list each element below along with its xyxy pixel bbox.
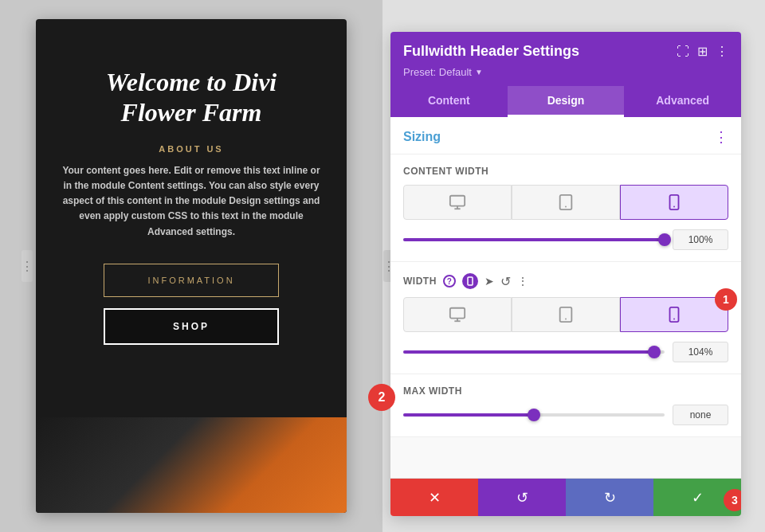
width-thumb[interactable] [648, 346, 661, 358]
panel-header-icons: ⛶ ⊞ ⋮ [677, 44, 728, 59]
device-tablet-cw[interactable] [512, 185, 620, 220]
sizing-section-header: Sizing ⋮ [390, 117, 741, 155]
svg-point-14 [673, 319, 675, 320]
mobile-content: Welcome to Divi Flower Farm ABOUT US You… [36, 19, 347, 513]
svg-point-12 [565, 319, 567, 320]
information-button[interactable]: INFORMATION [104, 264, 279, 297]
device-desktop-cw[interactable] [403, 185, 512, 220]
svg-point-6 [673, 206, 675, 208]
mobile-frame: Welcome to Divi Flower Farm ABOUT US You… [36, 19, 347, 513]
panel-header: Fullwidth Header Settings ⛶ ⊞ ⋮ Preset: … [390, 32, 741, 86]
panel-title-row: Fullwidth Header Settings ⛶ ⊞ ⋮ [403, 43, 728, 60]
content-width-thumb[interactable] [658, 233, 671, 246]
max-width-thumb[interactable] [528, 409, 540, 421]
max-width-track[interactable] [403, 413, 665, 417]
welcome-title: Welcome to Divi Flower Farm [106, 67, 277, 128]
device-desktop-w[interactable] [403, 297, 512, 332]
redo-button[interactable]: ↻ [566, 479, 653, 516]
tab-advanced[interactable]: Advanced [624, 86, 741, 117]
about-us-label: ABOUT US [159, 144, 223, 154]
panel-title: Fullwidth Header Settings [403, 43, 579, 60]
mobile-body-text: Your content goes here. Edit or remove t… [60, 163, 323, 240]
reset-icon[interactable]: ↺ [500, 274, 511, 289]
tab-design[interactable]: Design [508, 86, 625, 117]
width-track[interactable] [403, 350, 665, 354]
width-label: Width [403, 276, 437, 287]
panel-body: Sizing ⋮ Content Width [390, 117, 741, 478]
preset-row[interactable]: Preset: Default ▼ [403, 66, 728, 78]
content-width-track[interactable] [403, 238, 665, 241]
badge-3: 3 [724, 489, 741, 511]
drag-handle-left[interactable] [22, 250, 33, 282]
panel-tabs: Content Design Advanced [390, 86, 741, 117]
preset-label: Preset: Default [403, 66, 472, 78]
sizing-title: Sizing [403, 130, 441, 144]
panel-footer: ✕ ↺ ↻ ✓ 3 [390, 478, 741, 516]
width-value[interactable]: 104% [673, 342, 728, 362]
content-width-value[interactable]: 100% [673, 229, 728, 250]
preview-panel: Welcome to Divi Flower Farm ABOUT US You… [0, 0, 382, 532]
tab-content[interactable]: Content [390, 86, 508, 117]
width-slider-row: 104% [403, 342, 728, 362]
device-tablet-w[interactable] [512, 297, 620, 332]
device-mobile-cw[interactable] [620, 185, 728, 220]
max-width-label: Max Width [403, 385, 728, 397]
width-help-icon[interactable]: ? [443, 275, 456, 288]
badge-1: 1 [715, 288, 737, 311]
width-group: Width ? ➤ ↺ ⋮ [390, 262, 741, 374]
preset-arrow: ▼ [475, 68, 483, 76]
svg-rect-7 [468, 277, 473, 285]
cancel-button[interactable]: ✕ [390, 479, 478, 516]
expand-icon[interactable]: ⛶ [677, 45, 689, 59]
width-label-row: Width ? ➤ ↺ ⋮ [403, 273, 728, 289]
content-width-devices [403, 185, 728, 220]
columns-icon[interactable]: ⊞ [697, 44, 708, 59]
width-more-icon[interactable]: ⋮ [517, 275, 528, 288]
svg-point-4 [565, 206, 567, 208]
content-width-label: Content Width [403, 166, 728, 177]
sizing-menu-icon[interactable]: ⋮ [714, 128, 728, 146]
svg-rect-0 [450, 196, 465, 206]
max-width-slider-row: none [403, 405, 728, 425]
shop-button[interactable]: SHOP [104, 308, 279, 345]
footer-image [36, 417, 347, 513]
more-icon[interactable]: ⋮ [716, 44, 728, 59]
settings-panel: Fullwidth Header Settings ⛶ ⊞ ⋮ Preset: … [390, 32, 741, 516]
device-mobile-w[interactable]: 1 [620, 297, 728, 332]
max-width-group: Max Width none [390, 374, 741, 437]
svg-rect-8 [450, 308, 465, 319]
content-width-group: Content Width [390, 155, 741, 262]
width-active-device[interactable] [462, 273, 478, 289]
content-width-slider-row: 100% [403, 229, 728, 250]
max-width-value[interactable]: none [673, 405, 728, 425]
undo-button[interactable]: ↺ [478, 479, 566, 516]
width-devices: 1 [403, 297, 728, 332]
badge-2: 2 [368, 384, 395, 411]
cursor-icon[interactable]: ➤ [484, 275, 494, 288]
